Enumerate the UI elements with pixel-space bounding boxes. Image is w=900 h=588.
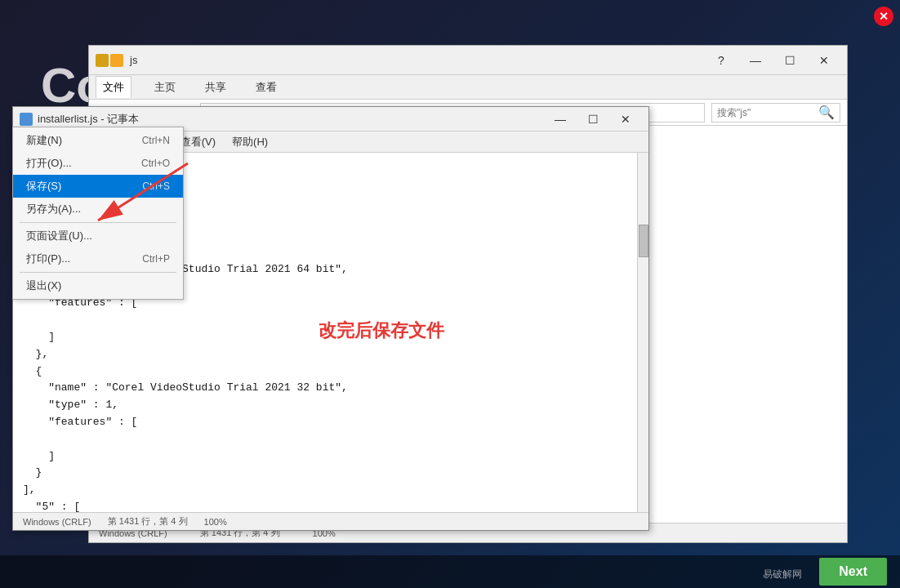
code-line: "type" : 1,: [23, 397, 639, 414]
menu-save-label: 保存(S): [26, 179, 61, 194]
fe-close-button[interactable]: ✕: [808, 49, 840, 72]
folder-icon2: [110, 54, 123, 67]
fe-tab-file[interactable]: 文件: [96, 76, 131, 98]
menu-sep1: [20, 222, 176, 223]
np-controls: — ☐ ✕: [544, 108, 642, 131]
menu-new[interactable]: 新建(N) Ctrl+N: [13, 129, 183, 152]
search-icon: 🔍: [818, 105, 835, 120]
annotation-text: 改完后保存文件: [319, 318, 444, 343]
fe-ribbon: 文件 主页 共享 查看: [89, 75, 847, 100]
fe-tab-view[interactable]: 查看: [249, 77, 283, 98]
fe-titlebar: js ? — ☐ ✕: [89, 46, 847, 75]
np-statusbar: Windows (CRLF) 第 1431 行，第 4 列 100%: [13, 512, 648, 530]
code-line: {: [23, 363, 639, 381]
code-line: }: [23, 465, 639, 482]
np-minimize-button[interactable]: —: [544, 108, 577, 131]
menu-open-label: 打开(O)...: [26, 156, 72, 171]
np-menu-help[interactable]: 帮助(H): [224, 133, 276, 151]
np-icon: [20, 113, 33, 126]
code-line: "5" : [: [23, 499, 639, 512]
main-close-button[interactable]: ✕: [874, 7, 893, 26]
menu-exit[interactable]: 退出(X): [13, 274, 183, 297]
menu-save[interactable]: 保存(S) Ctrl+S: [13, 175, 183, 198]
np-status-position: 第 1431 行，第 4 列: [108, 515, 188, 528]
menu-new-shortcut: Ctrl+N: [142, 135, 170, 146]
fe-tab-home[interactable]: 主页: [148, 77, 182, 98]
menu-open-shortcut: Ctrl+O: [141, 158, 170, 169]
menu-open[interactable]: 打开(O)... Ctrl+O: [13, 152, 183, 175]
np-status-encoding: Windows (CRLF): [23, 517, 91, 527]
menu-print[interactable]: 打印(P)... Ctrl+P: [13, 247, 183, 270]
menu-print-shortcut: Ctrl+P: [142, 253, 170, 265]
code-line: ]: [23, 448, 639, 466]
menu-new-label: 新建(N): [26, 133, 62, 148]
bottom-bar: 易破解网 Next: [0, 555, 900, 588]
np-maximize-button[interactable]: ☐: [577, 108, 609, 131]
file-dropdown-menu: 新建(N) Ctrl+N 打开(O)... Ctrl+O 保存(S) Ctrl+…: [12, 127, 184, 300]
np-scrollbar-thumb[interactable]: [639, 225, 648, 257]
bottom-watermark: 易破解网: [763, 568, 802, 581]
code-line: },: [23, 346, 639, 363]
np-close-button[interactable]: ✕: [609, 108, 642, 131]
fe-tab-share[interactable]: 共享: [198, 77, 233, 98]
menu-pagesetup-label: 页面设置(U)...: [26, 229, 92, 243]
code-line: "name" : "Corel VideoStudio Trial 2021 3…: [23, 380, 639, 397]
fe-minimize-button[interactable]: —: [739, 49, 772, 72]
np-title: installerlist.js - 记事本: [38, 112, 544, 127]
fe-search-input[interactable]: [717, 107, 815, 118]
fe-search-box: 🔍: [711, 103, 840, 122]
np-scrollbar[interactable]: [637, 153, 648, 512]
menu-sep2: [20, 272, 176, 273]
fe-help-button[interactable]: ?: [705, 49, 737, 72]
menu-pagesetup[interactable]: 页面设置(U)...: [13, 225, 183, 247]
code-line: [23, 431, 639, 448]
menu-print-label: 打印(P)...: [26, 252, 70, 266]
menu-saveas-label: 另存为(A)...: [26, 202, 81, 216]
next-button[interactable]: Next: [819, 558, 887, 586]
menu-save-shortcut: Ctrl+S: [142, 180, 170, 192]
np-status-zoom: 100%: [204, 517, 227, 527]
menu-exit-label: 退出(X): [26, 278, 61, 293]
fe-maximize-button[interactable]: ☐: [773, 49, 806, 72]
fe-path: js: [130, 54, 705, 66]
menu-saveas[interactable]: 另存为(A)...: [13, 198, 183, 220]
folder-icon: [96, 54, 109, 67]
fe-controls: ? — ☐ ✕: [705, 49, 840, 72]
fe-title-icons: [96, 54, 123, 67]
code-line: "features" : [: [23, 414, 639, 431]
code-line: ],: [23, 482, 639, 499]
